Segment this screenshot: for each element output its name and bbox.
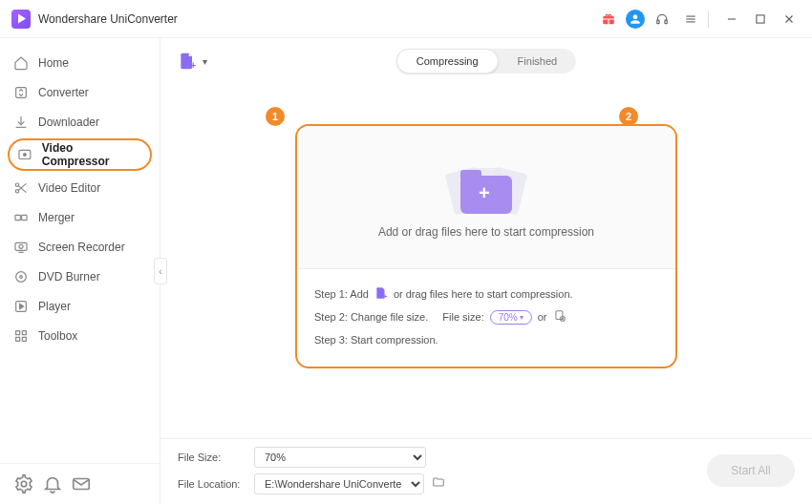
hamburger-menu-icon[interactable] bbox=[679, 8, 702, 31]
svg-marker-24 bbox=[20, 304, 24, 308]
chevron-down-icon: ▾ bbox=[520, 313, 524, 322]
sidebar-item-player[interactable]: Player bbox=[0, 291, 160, 321]
sidebar-item-label: Converter bbox=[38, 86, 89, 99]
tab-finished[interactable]: Finished bbox=[499, 49, 577, 74]
sidebar-item-label: Downloader bbox=[38, 116, 99, 129]
start-all-button[interactable]: Start All bbox=[707, 454, 795, 487]
open-folder-icon[interactable] bbox=[432, 475, 445, 493]
svg-rect-6 bbox=[757, 14, 764, 22]
file-location-label: File Location: bbox=[178, 478, 254, 490]
drop-zone-text: Add or drag files here to start compress… bbox=[378, 225, 594, 239]
add-file-icon: + bbox=[374, 286, 388, 302]
scissors-icon bbox=[13, 180, 29, 196]
play-icon bbox=[13, 299, 29, 314]
sidebar-item-label: Home bbox=[38, 56, 69, 70]
svg-text:+: + bbox=[190, 60, 196, 71]
step-2: Step 2: Change file size. File size: 70%… bbox=[314, 305, 658, 328]
sidebar-item-dvd-burner[interactable]: DVD Burner bbox=[0, 262, 160, 291]
app-logo bbox=[11, 10, 31, 29]
svg-point-21 bbox=[16, 271, 27, 282]
add-file-button[interactable]: + ▾ bbox=[178, 52, 207, 71]
sidebar-item-label: Video Compressor bbox=[42, 141, 142, 168]
sidebar-item-toolbox[interactable]: Toolbox bbox=[0, 321, 160, 350]
gift-icon[interactable] bbox=[597, 8, 620, 31]
sidebar-item-label: Video Editor bbox=[38, 181, 100, 195]
headset-icon[interactable] bbox=[651, 8, 673, 31]
screen-recorder-icon bbox=[13, 240, 29, 255]
mail-icon[interactable] bbox=[71, 473, 92, 494]
svg-rect-26 bbox=[22, 330, 26, 334]
svg-point-29 bbox=[21, 481, 27, 487]
sidebar-item-label: Merger bbox=[38, 211, 75, 224]
download-icon bbox=[13, 115, 29, 130]
file-size-label: File Size: bbox=[178, 452, 254, 463]
settings-icon[interactable] bbox=[13, 473, 34, 494]
sidebar-item-label: DVD Burner bbox=[38, 270, 100, 284]
svg-rect-16 bbox=[15, 215, 20, 220]
svg-rect-33 bbox=[555, 311, 562, 320]
svg-rect-28 bbox=[22, 337, 26, 341]
sidebar-item-downloader[interactable]: Downloader bbox=[0, 107, 160, 136]
compressor-icon bbox=[17, 147, 32, 162]
bell-icon[interactable] bbox=[42, 473, 63, 494]
sidebar-item-label: Screen Recorder bbox=[38, 241, 125, 254]
drop-zone[interactable]: + Add or drag files here to start compre… bbox=[297, 126, 675, 269]
close-icon[interactable] bbox=[778, 8, 801, 31]
sidebar-item-label: Player bbox=[38, 300, 71, 313]
sidebar-item-screen-recorder[interactable]: Screen Recorder bbox=[0, 232, 160, 262]
svg-point-12 bbox=[15, 183, 18, 186]
tab-compressing[interactable]: Compressing bbox=[396, 49, 499, 74]
svg-point-22 bbox=[20, 275, 23, 278]
annotation-badge-2: 2 bbox=[619, 107, 638, 126]
svg-point-13 bbox=[15, 189, 18, 192]
step-1: Step 1: Add + or drag files here to star… bbox=[314, 283, 658, 305]
file-size-pill[interactable]: 70%▾ bbox=[490, 310, 532, 325]
folder-plus-icon: + bbox=[449, 157, 524, 214]
sidebar-item-converter[interactable]: Converter bbox=[0, 77, 160, 107]
sidebar-item-merger[interactable]: Merger bbox=[0, 202, 160, 232]
converter-icon bbox=[13, 85, 29, 100]
drop-card: + Add or drag files here to start compre… bbox=[295, 124, 677, 368]
svg-point-19 bbox=[19, 244, 23, 248]
svg-rect-27 bbox=[16, 337, 20, 341]
chevron-down-icon: ▾ bbox=[203, 56, 207, 67]
sidebar-item-video-compressor[interactable]: Video Compressor bbox=[8, 138, 152, 171]
svg-rect-0 bbox=[657, 20, 659, 24]
grid-icon bbox=[13, 328, 29, 344]
file-size-select[interactable]: 70% bbox=[254, 447, 426, 468]
sidebar-item-video-editor[interactable]: Video Editor bbox=[0, 173, 160, 202]
batch-settings-icon[interactable] bbox=[553, 309, 566, 325]
maximize-icon[interactable] bbox=[749, 8, 772, 31]
svg-text:+: + bbox=[383, 292, 388, 300]
svg-rect-25 bbox=[16, 330, 20, 334]
annotation-badge-1: 1 bbox=[266, 107, 285, 126]
sidebar-item-label: Toolbox bbox=[38, 329, 77, 343]
step-3: Step 3: Start compression. bbox=[314, 328, 658, 351]
disc-icon bbox=[13, 269, 29, 284]
svg-rect-17 bbox=[22, 215, 27, 220]
add-file-icon: + bbox=[178, 52, 197, 71]
home-icon bbox=[13, 55, 29, 71]
app-title: Wondershare UniConverter bbox=[38, 12, 178, 26]
svg-rect-1 bbox=[665, 20, 667, 24]
svg-rect-18 bbox=[15, 242, 27, 250]
user-avatar-icon[interactable] bbox=[626, 10, 645, 29]
merger-icon bbox=[13, 210, 29, 225]
sidebar-item-home[interactable]: Home bbox=[0, 48, 160, 77]
file-location-select[interactable]: E:\Wondershare UniConverte bbox=[254, 473, 424, 494]
minimize-icon[interactable] bbox=[720, 8, 743, 31]
svg-point-11 bbox=[23, 153, 27, 157]
